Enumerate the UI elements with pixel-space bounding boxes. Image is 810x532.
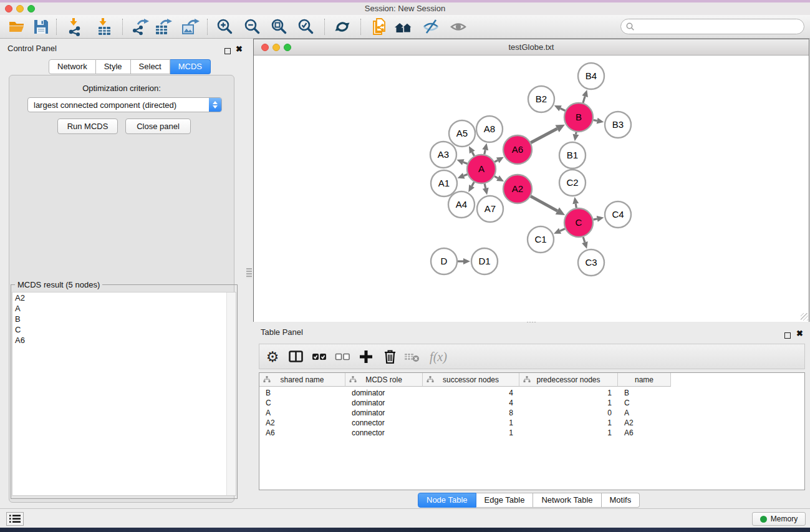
column-header-shared-name[interactable]: shared name	[259, 373, 345, 387]
graph-node-A7[interactable]: A7	[477, 196, 503, 222]
vertical-splitter-grip[interactable]	[246, 268, 252, 278]
tab-select[interactable]: Select	[131, 59, 170, 74]
table-tab-motifs[interactable]: Motifs	[602, 493, 640, 508]
show-hide-details-icon[interactable]	[448, 17, 469, 37]
graph-edge-C-C4[interactable]	[594, 216, 604, 222]
table-row[interactable]: A6connector11A6	[259, 428, 671, 438]
graph-node-A3[interactable]: A3	[430, 142, 456, 168]
new-network-from-selection-icon[interactable]	[369, 17, 390, 37]
graph-node-A1[interactable]: A1	[431, 170, 457, 196]
graph-edge-A-A5[interactable]	[469, 146, 475, 156]
select-all-rows-icon[interactable]	[310, 347, 329, 366]
mcds-result-list[interactable]: A2ABCA6	[12, 292, 236, 496]
control-panel-close-icon[interactable]: ✖	[236, 43, 243, 54]
graph-node-B[interactable]: B	[564, 103, 593, 132]
graph-node-D[interactable]: D	[431, 248, 457, 274]
graph-node-B1[interactable]: B1	[559, 142, 586, 168]
column-header-MCDS-role[interactable]: MCDS role	[345, 373, 423, 387]
table-row[interactable]: Cdominator41C	[259, 398, 671, 408]
table-row[interactable]: Bdominator41B	[259, 388, 671, 398]
column-header-predecessor-nodes[interactable]: predecessor nodes	[519, 373, 618, 387]
table-panel-float-icon[interactable]	[784, 330, 791, 341]
table-row[interactable]: A2connector11A2	[259, 418, 671, 428]
search-input[interactable]	[638, 22, 804, 31]
memory-button[interactable]: Memory	[752, 512, 806, 526]
graph-node-A5[interactable]: A5	[449, 120, 475, 147]
graph-node-A2[interactable]: A2	[503, 175, 532, 203]
tab-network[interactable]: Network	[49, 59, 96, 74]
graph-edge-B-B4[interactable]	[582, 90, 588, 103]
graph-node-C4[interactable]: C4	[605, 201, 631, 228]
column-header-name[interactable]: name	[618, 373, 671, 387]
minimize-window-button[interactable]	[16, 5, 24, 12]
table-panel-close-icon[interactable]: ✖	[796, 327, 803, 339]
graph-node-B2[interactable]: B2	[528, 86, 554, 112]
result-list-scrollbar[interactable]	[226, 293, 236, 495]
graph-node-C3[interactable]: C3	[578, 249, 604, 276]
graph-edge-A6-B[interactable]	[531, 125, 565, 143]
graph-edge-A-A4[interactable]	[468, 182, 475, 192]
export-table-icon[interactable]	[153, 17, 174, 37]
zoom-window-button[interactable]	[27, 5, 35, 12]
graph-edge-C-C1[interactable]	[554, 228, 565, 234]
home-view-icon[interactable]	[393, 17, 414, 37]
table-options-gear-icon[interactable]: ⚙	[263, 347, 282, 366]
graph-edge-C-C2[interactable]	[572, 197, 579, 208]
table-row[interactable]: Adominator80A	[259, 408, 671, 418]
graph-edge-A-A7[interactable]	[483, 183, 489, 195]
hide-graphics-details-icon[interactable]	[420, 17, 441, 37]
graph-edge-B-B1[interactable]	[573, 132, 579, 142]
show-column-icon[interactable]	[286, 347, 305, 366]
function-builder-icon[interactable]: f(x)	[426, 347, 451, 366]
export-network-icon[interactable]	[130, 17, 151, 37]
graph-node-A[interactable]: A	[467, 155, 496, 183]
result-node-a[interactable]: A	[12, 303, 236, 314]
graph-edge-C-C3[interactable]	[582, 237, 588, 249]
network-minimize-button[interactable]	[272, 44, 280, 51]
result-node-c[interactable]: C	[12, 324, 236, 335]
graph-node-B4[interactable]: B4	[578, 63, 604, 89]
graph-edge-D-D1[interactable]	[458, 258, 470, 264]
graph-node-A4[interactable]: A4	[448, 191, 475, 218]
export-image-icon[interactable]	[180, 17, 201, 37]
result-node-b[interactable]: B	[12, 314, 236, 324]
graph-edge-A-A8[interactable]	[482, 143, 488, 155]
zoom-selected-icon[interactable]	[296, 17, 317, 37]
window-resize-handle[interactable]	[801, 313, 808, 321]
network-close-button[interactable]	[261, 44, 269, 51]
graph-node-A6[interactable]: A6	[503, 135, 532, 164]
result-node-a2[interactable]: A2	[12, 293, 236, 303]
graph-node-C2[interactable]: C2	[559, 170, 586, 196]
close-window-button[interactable]	[5, 5, 12, 12]
import-table-icon[interactable]	[94, 17, 115, 37]
search-field[interactable]	[620, 19, 804, 34]
tab-style[interactable]: Style	[96, 59, 131, 74]
refresh-icon[interactable]	[332, 17, 353, 37]
network-zoom-button[interactable]	[284, 44, 291, 51]
network-window-titlebar[interactable]: testGlobe.txt	[254, 39, 809, 56]
table-tab-edge-table[interactable]: Edge Table	[476, 493, 534, 508]
criterion-dropdown[interactable]: largest connected component (directed)	[27, 97, 222, 112]
graph-edge-A-A6[interactable]	[494, 157, 504, 163]
graph-edge-A-A2[interactable]	[494, 175, 504, 181]
control-panel-float-icon[interactable]	[224, 46, 231, 57]
graph-edge-B-B2[interactable]	[554, 105, 566, 111]
task-history-button[interactable]	[6, 512, 24, 526]
table-tab-network-table[interactable]: Network Table	[533, 493, 601, 508]
zoom-fit-icon[interactable]	[269, 17, 290, 37]
run-mcds-button[interactable]: Run MCDS	[57, 118, 118, 134]
graph-node-C1[interactable]: C1	[528, 226, 554, 253]
result-node-a6[interactable]: A6	[12, 335, 236, 346]
zoom-out-icon[interactable]	[242, 17, 263, 37]
graph-edge-B-B3[interactable]	[594, 118, 604, 124]
save-session-icon[interactable]	[31, 17, 52, 37]
graph-edge-A2-C[interactable]	[531, 196, 565, 215]
zoom-in-icon[interactable]	[215, 17, 236, 37]
graph-edge-A-A1[interactable]	[457, 173, 467, 178]
open-session-icon[interactable]	[6, 17, 27, 37]
graph-node-D1[interactable]: D1	[471, 248, 498, 274]
delete-table-icon[interactable]	[403, 347, 422, 366]
close-panel-button[interactable]: Close panel	[125, 118, 191, 134]
graph-node-C[interactable]: C	[564, 208, 593, 237]
delete-column-icon[interactable]	[380, 347, 399, 366]
